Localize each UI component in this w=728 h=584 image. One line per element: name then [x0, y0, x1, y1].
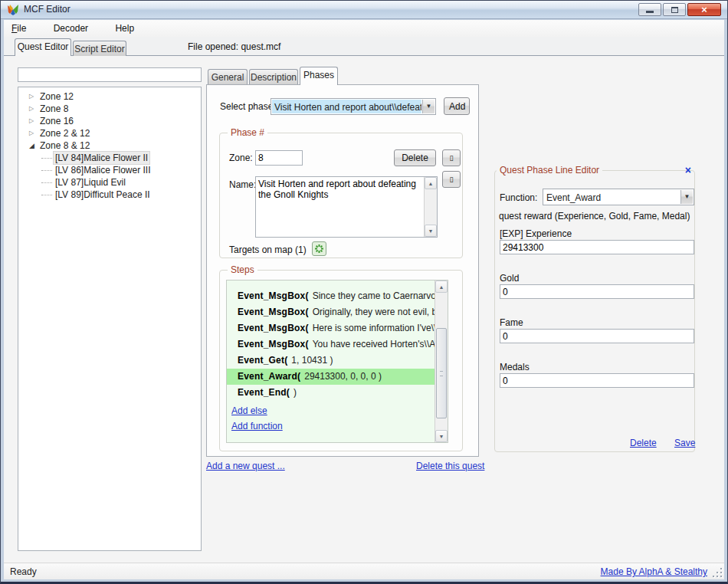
- tab-description[interactable]: Description: [249, 69, 298, 85]
- steps-scrollbar[interactable]: ▲ ▼: [435, 281, 448, 442]
- add-function-link[interactable]: Add function: [231, 421, 283, 431]
- credits-link[interactable]: Made By AlphA & Stealthy: [601, 566, 707, 577]
- editor-close-icon[interactable]: ×: [685, 165, 691, 176]
- line-delete-link[interactable]: Delete: [630, 438, 657, 448]
- name-textarea[interactable]: Visit Horten and report about defeating …: [256, 177, 424, 237]
- expanded-arrow-icon[interactable]: ◢: [29, 139, 38, 152]
- tree-connector: [41, 195, 52, 195]
- close-icon: ×: [701, 5, 707, 15]
- step-row[interactable]: Event_Get(1, 10431 ): [227, 353, 435, 369]
- select-phase-combobox[interactable]: Visit Horten and report about\\defeating…: [271, 98, 436, 115]
- window-title: MCF Editor: [24, 4, 71, 15]
- minimize-button[interactable]: [638, 3, 661, 16]
- fame-label: Fame: [500, 317, 523, 328]
- tree-node-quest[interactable]: [LV 87]Liquid Evil: [18, 176, 201, 189]
- zone-label: Zone:: [229, 153, 253, 163]
- name-label: Name:: [229, 179, 256, 190]
- medals-input[interactable]: [500, 373, 694, 388]
- tree-node-label[interactable]: Zone 2 & 12: [40, 127, 90, 139]
- tree-node-label[interactable]: [LV 87]Liquid Evil: [55, 176, 126, 189]
- title-bar[interactable]: MCF Editor ×: [1, 1, 727, 19]
- step-row[interactable]: Event_MsgBox(Since they came to Caernarv…: [227, 288, 435, 304]
- experience-input[interactable]: [500, 240, 694, 254]
- collapsed-arrow-icon[interactable]: ▷: [29, 103, 38, 115]
- tree-node-zone[interactable]: ▷ Zone 8: [18, 103, 201, 115]
- scroll-down-icon[interactable]: ▼: [435, 430, 448, 442]
- function-combobox[interactable]: Event_Award ▼: [543, 189, 694, 205]
- tree-node-label[interactable]: Zone 12: [40, 90, 74, 103]
- line-editor-title: Quest Phase Line Editor: [497, 165, 602, 176]
- target-marker-icon: [314, 244, 324, 254]
- fame-input[interactable]: [500, 329, 694, 343]
- function-description: quest reward (Experience, Gold, Fame, Me…: [499, 211, 690, 221]
- scrollbar-thumb[interactable]: [436, 328, 447, 418]
- scroll-up-icon[interactable]: ▲: [425, 177, 437, 189]
- tree-node-label[interactable]: [LV 84]Malice Flower II: [54, 152, 149, 164]
- tab-phases[interactable]: Phases: [300, 67, 338, 85]
- experience-label: [EXP] Experience: [500, 228, 572, 239]
- add-else-link[interactable]: Add else: [231, 405, 267, 416]
- phases-panel: Select phase: Visit Horten and report ab…: [206, 84, 479, 457]
- menu-file[interactable]: File: [4, 20, 34, 36]
- step-row[interactable]: Event_End(): [227, 385, 435, 401]
- menu-help[interactable]: Help: [107, 20, 142, 36]
- steps-list[interactable]: Event_MsgBox(Since they came to Caernarv…: [226, 280, 448, 443]
- collapsed-arrow-icon[interactable]: ▷: [29, 127, 38, 139]
- name-field[interactable]: Visit Horten and report about defeating …: [255, 176, 438, 238]
- scroll-up-icon[interactable]: ▲: [435, 281, 448, 293]
- close-button[interactable]: ×: [687, 3, 721, 16]
- tab-script-editor[interactable]: Script Editor: [73, 41, 126, 56]
- tree-node-quest[interactable]: [LV 89]Difficult Peace II: [18, 189, 201, 201]
- tree-node-quest[interactable]: [LV 86]Malice Flower III: [18, 164, 201, 176]
- select-phase-label: Select phase:: [220, 101, 276, 112]
- tree-connector: [41, 170, 52, 171]
- chevron-down-icon[interactable]: ▼: [422, 100, 435, 113]
- chevron-down-icon[interactable]: ▼: [680, 190, 693, 204]
- line-save-link[interactable]: Save: [674, 438, 695, 448]
- add-phase-button[interactable]: Add: [444, 97, 470, 115]
- step-row[interactable]: Event_MsgBox(Originally, they were not e…: [227, 304, 435, 320]
- tab-quest-editor[interactable]: Quest Editor: [15, 38, 71, 56]
- zone-input[interactable]: [255, 150, 303, 166]
- delete-this-quest-link[interactable]: Delete this quest: [416, 461, 484, 471]
- targets-on-map-button[interactable]: [312, 241, 326, 256]
- tab-general[interactable]: General: [208, 69, 248, 85]
- name-scrollbar[interactable]: ▲ ▼: [424, 177, 437, 237]
- quest-search-input[interactable]: [18, 67, 202, 82]
- gold-input[interactable]: [500, 284, 694, 299]
- step-row[interactable]: Event_MsgBox(You have received Horten's\…: [227, 336, 435, 353]
- tree-node-label[interactable]: Zone 8: [40, 103, 68, 115]
- tree-node-zone[interactable]: ▷ Zone 12: [18, 90, 201, 103]
- tree-node-label[interactable]: [LV 89]Difficult Peace II: [55, 189, 150, 201]
- step-row-selected[interactable]: Event_Award(29413300, 0, 0, 0 ): [227, 369, 435, 385]
- move-down-button[interactable]: ▯: [442, 171, 461, 188]
- collapsed-arrow-icon[interactable]: ▷: [29, 115, 38, 127]
- scroll-down-icon[interactable]: ▼: [425, 225, 437, 237]
- resize-grip-icon[interactable]: [713, 568, 722, 577]
- collapsed-arrow-icon[interactable]: ▷: [29, 90, 38, 103]
- step-row[interactable]: Event_MsgBox(Here is some information I'…: [227, 320, 435, 336]
- add-new-quest-link[interactable]: Add a new quest ...: [206, 461, 285, 471]
- tree-node-label[interactable]: Zone 16: [40, 115, 74, 127]
- targets-on-map-label: Targets on map (1): [229, 244, 307, 255]
- medals-label: Medals: [500, 362, 530, 372]
- move-down-icon: ▯: [450, 176, 454, 183]
- tree-node-zone-expanded[interactable]: ◢ Zone 8 & 12: [18, 139, 201, 152]
- move-up-button[interactable]: ▯: [442, 149, 461, 166]
- maximize-button[interactable]: [663, 3, 686, 16]
- quest-tree[interactable]: ▷ Zone 12 ▷ Zone 8 ▷ Zone 16 ▷ Zone 2 & …: [18, 87, 202, 551]
- minimize-icon: [646, 11, 654, 13]
- tree-node-zone[interactable]: ▷ Zone 2 & 12: [18, 127, 201, 139]
- tree-node-label[interactable]: Zone 8 & 12: [40, 139, 90, 152]
- menu-bar: File Decoder Help: [4, 20, 724, 37]
- steps-groupbox: Steps Event_MsgBox(Since they came to Ca…: [219, 270, 463, 451]
- app-window: MCF Editor × File Decoder Help Quest Edi…: [0, 0, 728, 584]
- menu-decoder[interactable]: Decoder: [46, 20, 96, 36]
- tree-node-zone[interactable]: ▷ Zone 16: [18, 115, 201, 127]
- function-value[interactable]: Event_Award: [544, 190, 680, 204]
- select-phase-value[interactable]: Visit Horten and report about\\defeating: [272, 100, 421, 113]
- tree-node-quest[interactable]: [LV 84]Malice Flower II: [18, 152, 201, 164]
- phase-groupbox: Phase # Zone: Delete ▯ ▯ Name: Visit Hor…: [219, 133, 463, 258]
- delete-phase-button[interactable]: Delete: [394, 149, 436, 166]
- tree-node-label[interactable]: [LV 86]Malice Flower III: [55, 164, 151, 176]
